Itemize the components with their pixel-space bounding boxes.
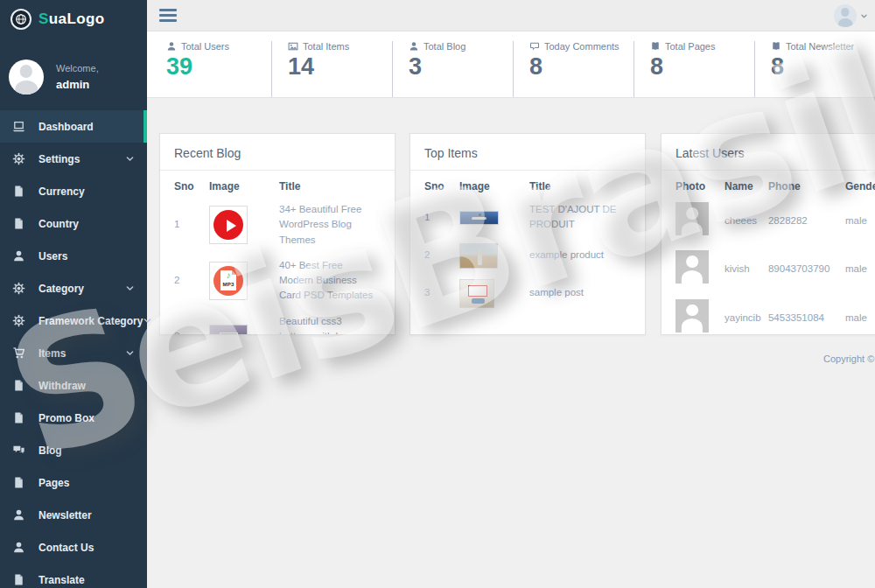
stat-label: Total Newsletter — [771, 41, 875, 52]
laptop-icon — [12, 120, 25, 133]
column-header: Title — [279, 172, 381, 197]
stat-total-newsletter: Total Newsletter8 — [754, 41, 875, 97]
topbar-right — [834, 4, 868, 27]
sidebar-item-promo-box[interactable]: Promo Box — [0, 402, 147, 434]
mp3-file-icon: MP3 — [220, 270, 236, 290]
sidebar-item-label: Framework Category — [38, 315, 143, 327]
mountains-photo-thumb — [209, 325, 248, 335]
beach-photo-thumb — [459, 243, 498, 269]
file-icon — [12, 217, 25, 230]
stat-total-users: Total Users39 — [150, 41, 271, 97]
stat-value: 14 — [288, 54, 392, 80]
column-header: Name — [724, 172, 768, 197]
logo[interactable]: SuaLogo — [0, 0, 147, 38]
image-cell — [459, 197, 529, 238]
chevron-down-icon — [125, 154, 135, 164]
sidebar-item-settings[interactable]: Settings — [0, 143, 147, 175]
sidebar-item-translate[interactable]: Translate — [0, 564, 147, 588]
book-icon — [650, 41, 661, 52]
panel-title: Latest Users — [676, 146, 875, 160]
copyright-text: Copyright © 2 — [823, 354, 875, 364]
sidebar-item-items[interactable]: Items — [0, 337, 147, 369]
sidebar-item-blog[interactable]: Blog — [0, 434, 147, 466]
sidebar-item-currency[interactable]: Currency — [0, 175, 147, 207]
column-header: Image — [459, 172, 529, 197]
stat-label: Total Users — [166, 41, 271, 52]
image-cell — [209, 197, 279, 253]
panel-top-items: Top Items SnoImageTitle 1TEST D'AJOUT DE… — [410, 133, 646, 335]
image-icon — [288, 41, 298, 52]
recent-blog-table: SnoImageTitle 134+ Beautiful Free WordPr… — [174, 172, 381, 335]
stat-label: Total Items — [288, 41, 392, 52]
column-header: Phone — [768, 172, 845, 197]
sno-cell: 2 — [174, 253, 209, 309]
panel-title: Top Items — [424, 146, 631, 160]
sidebar-item-label: Settings — [38, 153, 80, 165]
sno-cell: 3 — [174, 309, 209, 336]
sno-cell: 1 — [174, 197, 209, 253]
stat-total-items: Total Items14 — [271, 41, 392, 97]
stat-value: 8 — [771, 54, 875, 80]
sidebar-item-pages[interactable]: Pages — [0, 466, 147, 499]
panel-latest-users: Latest Users PhotoNamePhoneGender cheees… — [661, 133, 875, 335]
sidebar-item-label: Contact Us — [38, 542, 94, 554]
table-row: 2example product — [424, 238, 631, 274]
gear-icon — [12, 152, 25, 165]
table-row: 1TEST D'AJOUT DE PRODUIT — [424, 197, 631, 238]
stat-today-comments: Today Comments8 — [513, 41, 634, 97]
stat-value: 8 — [529, 54, 634, 80]
gender-cell: male — [845, 197, 875, 245]
column-header: Gender — [845, 172, 875, 197]
user-avatar[interactable] — [834, 4, 857, 27]
column-header: Photo — [676, 172, 724, 197]
couch-photo-thumb — [459, 279, 494, 308]
user-icon — [409, 41, 419, 52]
sidebar-item-newsletter[interactable]: Newsletter — [0, 499, 147, 531]
sidebar-item-label: Blog — [38, 444, 62, 457]
sidebar-item-category[interactable]: Category — [0, 272, 147, 304]
sidebar-item-withdraw[interactable]: Withdraw — [0, 369, 147, 402]
name-cell: yayincib — [724, 294, 768, 336]
stat-label: Total Blog — [409, 41, 513, 52]
name-cell: cheees — [724, 197, 768, 245]
sidebar-item-dashboard[interactable]: Dashboard — [0, 110, 147, 143]
stat-label: Today Comments — [529, 41, 634, 52]
sidebar-item-country[interactable]: Country — [0, 207, 147, 240]
gender-cell: male — [845, 245, 875, 293]
top-items-table: SnoImageTitle 1TEST D'AJOUT DE PRODUIT2e… — [424, 172, 631, 313]
table-row: yayincib5453351084male — [676, 294, 875, 336]
column-header: Image — [209, 172, 279, 197]
stat-total-blog: Total Blog3 — [392, 41, 513, 97]
file-icon — [12, 476, 25, 489]
user-icon — [12, 541, 25, 554]
app-root: SuaLogo Welcome, admin DashboardSettings… — [0, 0, 875, 588]
column-header: Sno — [424, 172, 459, 197]
book-icon — [771, 41, 781, 52]
chevron-down-icon — [143, 316, 152, 326]
phone-cell: 2828282 — [768, 197, 845, 245]
hamburger-icon[interactable] — [158, 7, 178, 24]
greeting-text: Welcome, — [56, 63, 99, 74]
sidebar-item-framework-category[interactable]: Framework Category — [0, 304, 147, 337]
sidebar-item-label: Pages — [38, 477, 69, 489]
table-row: 2MP340+ Best Free Modern Business Card P… — [174, 253, 381, 309]
sno-cell: 2 — [424, 238, 459, 274]
file-icon — [12, 411, 25, 424]
cart-icon — [12, 346, 25, 360]
panel-recent-blog: Recent Blog SnoImageTitle 134+ Beautiful… — [159, 133, 396, 335]
image-cell — [459, 274, 529, 313]
sidebar-item-label: Translate — [38, 574, 85, 586]
panel-title: Recent Blog — [174, 146, 381, 160]
sidebar-item-contact-us[interactable]: Contact Us — [0, 531, 147, 564]
phone-cell: 5453351084 — [768, 294, 845, 336]
sidebar-item-users[interactable]: Users — [0, 240, 147, 272]
user-icon — [12, 508, 25, 522]
image-cell: MP3 — [209, 253, 279, 309]
youtube-play-thumb — [209, 206, 248, 244]
user-icon — [12, 249, 25, 262]
comments-icon — [12, 444, 25, 457]
chevron-down-icon[interactable] — [860, 12, 868, 20]
sidebar-item-label: Withdraw — [38, 380, 86, 392]
mp3-file-thumb: MP3 — [209, 262, 248, 300]
sno-cell: 1 — [424, 197, 459, 238]
